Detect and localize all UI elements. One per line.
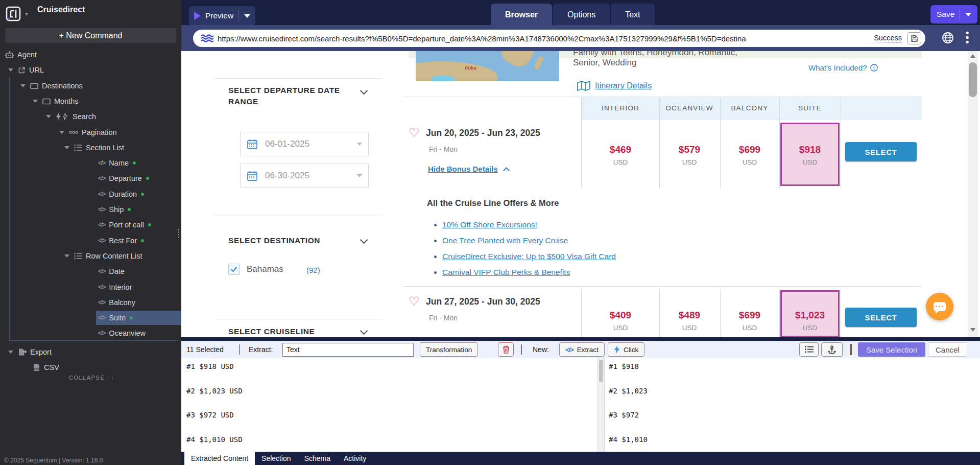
save-button[interactable]: Save [930,5,977,24]
tab-text[interactable]: Text [611,4,654,26]
expander-icon[interactable] [8,351,13,354]
browser-viewport: SELECT DEPARTURE DATE RANGE 06-01-2025 0… [181,51,980,337]
tree-item-destinations[interactable]: Destinations [20,79,83,93]
tree-item-label: Duration [109,190,137,198]
hide-bonus-details-link[interactable]: Hide Bonus Details [428,165,509,173]
cancel-button[interactable]: Cancel [928,342,967,357]
offer-link[interactable]: Carnival VIFP Club Perks & Benefits [442,268,570,277]
expander-icon[interactable] [59,131,64,134]
tree-item-name[interactable]: </>Name [98,156,136,170]
chat-widget-button[interactable] [926,293,953,320]
delete-selection-button[interactable] [498,342,514,357]
itinerary-details-link[interactable]: Itinerary Details [577,81,652,91]
new-command-button[interactable]: + New Command [5,28,176,43]
pane-scrollbar[interactable] [597,358,605,452]
tree-item-port-of-call[interactable]: </>Port of call [98,218,151,232]
tab-options[interactable]: Options [553,4,610,26]
tree-item-label: Destinations [42,82,83,90]
tree-item-agent[interactable]: Agent [5,48,37,62]
tree-item-search[interactable]: Search [46,109,96,124]
new-click-button[interactable]: Click [608,342,644,357]
expander-icon[interactable] [8,68,13,72]
browser-menu-kebab-icon[interactable]: ••• [964,30,970,44]
extracted-line: #4 $1,010 [609,435,648,444]
save-selection-button[interactable]: Save Selection [858,342,925,357]
scroll-up-icon[interactable] [970,54,975,58]
expander-icon[interactable] [33,100,38,103]
date-to-input[interactable]: 06-30-2025 [240,164,369,188]
column-header-interior: INTERIOR [585,104,656,112]
date-from-input[interactable]: 06-01-2025 [240,132,369,156]
tree-item-date[interactable]: </>Date [98,264,125,278]
expander-icon[interactable] [64,146,69,149]
tree-item-suite[interactable]: </>Suite [96,311,181,325]
tree-item-url[interactable]: URL [8,63,44,77]
expander-icon[interactable] [46,115,51,118]
expander-icon[interactable] [64,254,69,258]
url-text[interactable]: https://www.cruisedirect.com/search-resu… [218,34,871,43]
list-icon [74,144,82,151]
panel-tab-activity[interactable]: Activity [337,452,373,465]
collapse-control[interactable]: COLLAPSE [0,375,181,381]
offer-item: One Tree Planted with Every Cruise [434,236,568,245]
table-column-border [581,289,582,337]
tree-item-label: Best For [109,237,137,245]
tree-item-balcony[interactable]: </>Balcony [98,295,135,310]
sequentum-logo-icon[interactable] [5,6,21,22]
favorite-heart-icon[interactable]: ♡ [409,296,420,307]
tree-item-departure[interactable]: </>Departure [98,171,149,185]
address-bar[interactable]: https://www.cruisedirect.com/search-resu… [193,30,925,47]
transformation-button[interactable]: Transformation [420,342,478,357]
select-button[interactable]: SELECT [845,142,917,161]
cruiseline-collapse-icon[interactable] [360,327,368,335]
sidebar-resize-handle[interactable] [178,229,179,238]
extract-input[interactable] [282,343,414,357]
favorite-heart-icon[interactable]: ♡ [409,128,420,138]
departure-date-collapse-icon[interactable] [360,87,368,95]
tree-item-section-list[interactable]: Section List [64,141,124,155]
expander-icon[interactable] [20,84,26,87]
tree-item-duration[interactable]: </>Duration [98,187,144,201]
tree-item-pagination[interactable]: Pagination [59,125,117,140]
save-dropdown-icon[interactable] [965,13,971,16]
tree-item-label: Search [73,112,96,121]
new-extract-button[interactable]: </> Extract [559,342,605,357]
preview-button[interactable]: Preview [189,6,255,26]
offer-link[interactable]: One Tree Planted with Every Cruise [442,236,568,245]
anchor-select-button[interactable] [821,342,843,357]
extracted-line: #4 $1,010 USD [186,435,243,444]
offer-link[interactable]: CruiseDirect Exclusive: Up to $500 Visa … [442,252,616,261]
panel-tab-extracted-content[interactable]: Extracted Content [184,452,255,465]
panel-tab-schema[interactable]: Schema [298,452,337,465]
bahamas-checkbox[interactable] [228,264,240,275]
tree-item-oceanview[interactable]: </>Oceanview [98,326,146,340]
panel-tabbar: Extracted ContentSelectionSchemaActivity [181,452,980,465]
bullet-icon [434,224,437,226]
command-tree: AgentURLDestinationsMonthsSearchPaginati… [0,45,181,346]
scrollbar-thumb[interactable] [969,62,977,97]
cruise-dates: Jun 20, 2025 - Jun 23, 2025 [426,128,540,138]
workspace-chevron-down-icon[interactable]: ▾ [25,10,28,17]
tree-item-months[interactable]: Months [33,94,79,108]
tree-item-row-content-list[interactable]: Row Content List [64,249,142,263]
scroll-down-icon[interactable] [970,328,975,332]
trash-icon [503,345,510,354]
select-button[interactable]: SELECT [845,308,917,327]
list-view-button[interactable] [799,342,819,357]
whats-included-link[interactable]: What's Included? [808,63,878,72]
panel-tab-selection[interactable]: Selection [255,452,298,465]
tree-item-csv[interactable]: CSVCSV [33,360,59,375]
destination-collapse-icon[interactable] [360,236,368,244]
tab-browser[interactable]: Browser [491,4,552,26]
tree-item-ship[interactable]: </>Ship [98,202,131,217]
globe-icon[interactable] [941,31,954,44]
save-url-button[interactable] [907,32,921,44]
preview-dropdown-icon[interactable] [244,14,250,18]
tree-item-interior[interactable]: </>Interior [98,280,132,294]
destination-option-bahamas[interactable]: Bahamas [228,264,283,275]
logo-row: ▾ [5,5,28,22]
page-scrollbar[interactable] [968,51,978,337]
offer-link[interactable]: 10% Off Shore Excursions! [442,220,537,229]
tree-item-export[interactable]: Export [8,345,52,359]
tree-item-best-for[interactable]: </>Best For [98,234,144,248]
